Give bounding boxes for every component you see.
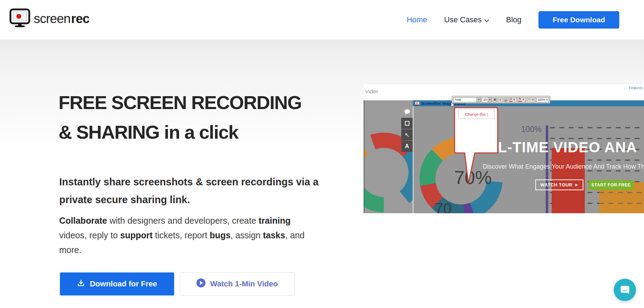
- tour-arrow-icon: ▶: [575, 183, 578, 187]
- editor-app-icon: [415, 101, 420, 106]
- screenshot-header-right-text: Features: [629, 86, 643, 90]
- chat-bubble-icon: [619, 284, 631, 297]
- underline-button-icon: U: [504, 97, 508, 102]
- dropdown-arrow-icon: ▼: [531, 99, 535, 101]
- fill-icon: ▭: [528, 98, 532, 102]
- fill-color-tool: ▭ ▼: [527, 97, 535, 102]
- site-header: screenrec Home Use Cases Blog Free Downl…: [0, 0, 644, 39]
- dropdown-arrow-icon: ▼: [488, 98, 491, 102]
- hero-description: Collaborate with designers and developer…: [59, 213, 304, 257]
- main-nav: Home Use Cases Blog Free Download: [407, 0, 619, 39]
- highlight-color-tool: ✎ ▼: [518, 97, 526, 102]
- hero-subtitle: Instantly share screenshots & screen rec…: [59, 173, 319, 209]
- nav-link-use-cases[interactable]: Use Cases: [444, 15, 489, 24]
- speech-bubble-tool-icon: [401, 106, 413, 117]
- dropdown-arrow-icon: ▼: [512, 99, 516, 101]
- hero-cta-row: Download for Free Watch 1-Min Video: [60, 272, 295, 295]
- chart-axis-label: 100%: [521, 125, 542, 134]
- donut-value-left-label: 70: [435, 200, 452, 213]
- dropdown-arrow-icon: ▼: [522, 99, 525, 101]
- editor-text-toolbar: Arial ▼ 10 ▼ B I U A ▼ ✎ ▼ ▭ ▼ 100% ▲▼: [452, 96, 550, 103]
- watch-video-button[interactable]: Watch 1-Min Video: [180, 272, 295, 295]
- text-tool-icon: A: [401, 141, 413, 152]
- screenshot-header-left-text: vider: [365, 88, 378, 95]
- free-download-button[interactable]: Free Download: [538, 11, 619, 29]
- annotation-text-box: Change this |: [458, 109, 495, 119]
- logo-text: screenrec: [34, 11, 90, 26]
- hero-screenshot-image: vider Features ScreenRec Image Editor 10…: [364, 84, 644, 216]
- pen-icon: ✎: [518, 98, 522, 102]
- chat-widget-button[interactable]: [614, 279, 636, 301]
- mouse-cursor-icon: [451, 102, 455, 108]
- editor-tool-sidebar: ↖ A: [401, 106, 413, 152]
- nav-link-home[interactable]: Home: [407, 15, 427, 24]
- banner-subtitle-text: Discover What Engages Your Audience And …: [483, 163, 644, 170]
- editor-canvas: 100% 70% 70 REAL-TIME VIDEO ANA Discover…: [413, 106, 644, 213]
- start-for-free-button-in-image: START FOR FREE: [589, 180, 634, 190]
- bold-button-icon: B: [493, 97, 497, 102]
- download-for-free-button[interactable]: Download for Free: [60, 272, 174, 295]
- logo-monitor-icon: [9, 8, 30, 29]
- play-icon: [196, 278, 205, 290]
- font-color-tool: A ▼: [509, 97, 517, 102]
- hero-title: FREE SCREEN RECORDING & SHARING in a cli…: [59, 88, 302, 147]
- hero-title-line-1: FREE SCREEN RECORDING: [59, 88, 302, 117]
- arrow-tool-icon: ↖: [401, 129, 413, 140]
- spinner-arrows-icon: ▲▼: [546, 98, 548, 101]
- watch-tour-button-in-image: WATCH TOUR ▶: [535, 179, 583, 190]
- dropdown-arrow-icon: ▼: [476, 98, 480, 102]
- zoom-level-spinner: 100% ▲▼: [536, 97, 549, 102]
- italic-button-icon: I: [498, 97, 502, 102]
- screenshot-content: ScreenRec Image Editor 100% 70% 70 REAL-…: [364, 100, 644, 213]
- font-size-select: 10 ▼: [482, 97, 492, 102]
- logo[interactable]: screenrec: [9, 8, 90, 29]
- download-icon: [77, 279, 85, 289]
- nav-link-blog[interactable]: Blog: [506, 15, 521, 24]
- font-family-select: Arial ▼: [453, 97, 481, 102]
- hero-title-line-2: & SHARING in a click: [59, 117, 302, 147]
- rectangle-tool-icon: [401, 118, 413, 129]
- chevron-down-icon: [484, 15, 489, 24]
